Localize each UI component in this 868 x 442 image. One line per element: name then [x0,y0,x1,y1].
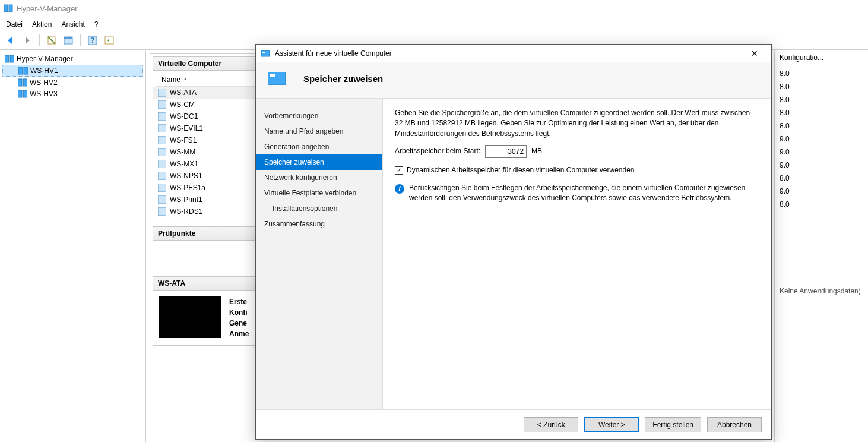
vm-name: WS-RDS1 [170,207,202,216]
vm-icon [158,148,166,156]
svg-rect-25 [158,195,166,204]
svg-rect-11 [24,67,28,74]
svg-rect-16 [158,89,166,97]
svg-rect-13 [23,79,27,86]
svg-rect-9 [10,55,14,62]
wizard-step[interactable]: Vorbemerkungen [256,108,382,124]
wizard-step[interactable]: Virtuelle Festplatte verbinden [256,185,382,201]
forward-button[interactable] [20,33,34,48]
vm-icon [158,124,166,132]
wizard-step[interactable]: Zusammenfassung [256,216,382,232]
server-icon [18,78,27,87]
server-icon [18,90,27,98]
cancel-button[interactable]: Abbrechen [707,417,762,432]
memory-input[interactable] [485,145,527,158]
svg-rect-12 [18,79,22,86]
svg-rect-18 [158,112,166,121]
memory-unit: MB [531,146,542,156]
svg-rect-27 [261,50,270,56]
vm-name: WS-ATA [170,89,197,97]
detail-created: Erste [229,296,249,307]
col-config-header[interactable]: Konfiguratio... [775,50,868,67]
config-value: 8.0 [775,67,868,80]
menu-action[interactable]: Aktion [32,20,52,29]
server-icon [18,67,28,75]
config-value: 9.0 [775,132,868,146]
vm-name: WS-NPS1 [170,172,202,180]
wizard-step[interactable]: Generation angeben [256,139,382,154]
svg-rect-23 [158,172,166,180]
next-button[interactable]: Weiter > [584,417,639,432]
back-button[interactable] [4,33,18,48]
svg-rect-26 [158,207,166,216]
vm-icon [158,207,166,216]
svg-rect-1 [9,5,12,12]
wizard-step[interactable]: Netzwerk konfigurieren [256,170,382,185]
menu-view[interactable]: Ansicht [61,20,84,29]
tree-host[interactable]: WS-HV2 [2,77,143,88]
tree-host[interactable]: WS-HV3 [2,89,143,99]
wizard-step-active[interactable]: Speicher zuweisen [256,154,382,170]
svg-rect-17 [158,100,166,109]
new-vm-wizard: Assistent für neue virtuelle Computer ✕ … [255,44,772,440]
menu-help[interactable]: ? [94,20,99,29]
detail-config: Konfi [229,307,249,318]
config-value: 9.0 [775,146,868,159]
vm-thumbnail[interactable] [159,296,221,338]
vm-name: WS-MX1 [170,160,198,168]
dynamic-memory-checkbox[interactable]: ✓ [395,166,403,175]
wizard-content: Geben Sie die Speichergröße an, die dem … [383,99,771,409]
config-value: 8.0 [775,119,868,132]
help-button[interactable]: ? [85,33,100,48]
vm-name: WS-PFS1a [170,184,205,192]
vm-name: WS-EVIL1 [170,124,203,132]
wizard-title: Assistent für neue virtuelle Computer [275,49,392,58]
memory-label: Arbeitsspeicher beim Start: [395,146,480,156]
refresh-button[interactable] [102,33,116,48]
manager-icon [5,55,14,63]
show-hide-tree-button[interactable] [45,33,59,48]
vm-icon [158,136,166,144]
vm-icon [158,184,166,192]
vm-name: WS-Print1 [170,195,202,204]
dynamic-memory-label: Dynamischen Arbeitsspeicher für diesen v… [407,165,635,175]
properties-button[interactable] [61,33,75,48]
app-titlebar: Hyper-V-Manager [0,0,868,17]
vm-icon [158,89,166,97]
menu-file[interactable]: Datei [6,20,23,29]
info-icon: i [395,184,404,194]
svg-rect-15 [23,90,27,97]
config-column: Konfiguratio... 8.0 8.0 8.0 8.0 8.0 9.0 … [774,50,868,442]
close-button[interactable]: ✕ [743,49,766,58]
wizard-icon [261,49,270,58]
svg-rect-8 [5,55,9,62]
detail-gen: Gene [229,318,249,329]
config-value: 8.0 [775,93,868,106]
tree-root[interactable]: Hyper-V-Manager [2,53,143,64]
svg-rect-22 [158,160,166,168]
config-value: 8.0 [775,172,868,185]
svg-rect-29 [268,72,286,85]
tree-host[interactable]: WS-HV1 [2,65,143,77]
tree-host-label: WS-HV1 [30,67,58,75]
wizard-description: Geben Sie die Speichergröße an, die dem … [395,108,759,139]
vm-icon [158,172,166,180]
wizard-hero: Speicher zuweisen [256,62,771,99]
finish-button[interactable]: Fertig stellen [645,417,701,432]
wizard-step[interactable]: Name und Pfad angeben [256,124,382,139]
detail-notes: Anme [229,329,249,339]
vm-name: WS-MM [170,148,195,156]
vm-name: WS-CM [170,100,195,109]
config-value: 8.0 [775,198,868,211]
wizard-steps: Vorbemerkungen Name und Pfad angeben Gen… [256,99,383,409]
wizard-step[interactable]: Installationsoptionen [256,201,382,216]
config-value: 9.0 [775,159,868,172]
sort-indicator-icon: ▴ [184,75,187,84]
back-button[interactable]: < Zurück [524,417,578,432]
wizard-titlebar[interactable]: Assistent für neue virtuelle Computer ✕ [256,45,771,62]
svg-rect-4 [64,37,72,39]
no-cluster-note: Keine Anwendungsdaten) [775,282,868,300]
wizard-footer: < Zurück Weiter > Fertig stellen Abbrech… [256,409,771,439]
toolbar-separator [80,34,81,46]
config-value: 8.0 [775,80,868,93]
